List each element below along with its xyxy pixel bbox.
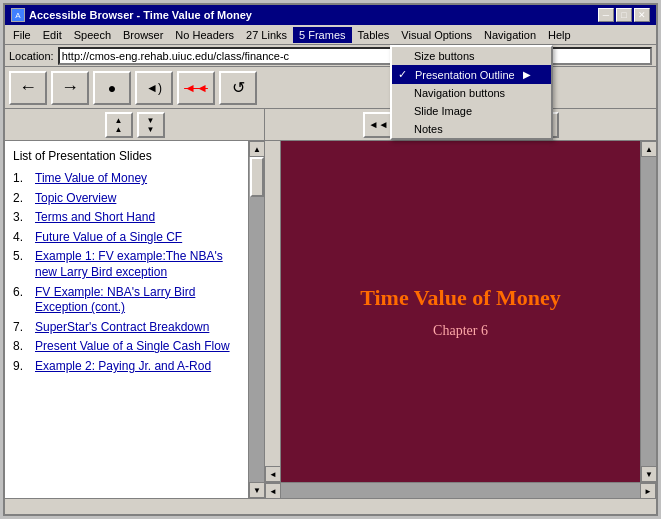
slide-num-5: 5.	[13, 249, 35, 280]
list-item: 8. Present Value of a Single Cash Flow	[13, 339, 240, 355]
cursor-indicator: ▶	[523, 69, 531, 80]
slide-link-1[interactable]: Time Value of Money	[35, 171, 147, 187]
slide-link-8[interactable]: Present Value of a Single Cash Flow	[35, 339, 230, 355]
list-item: 4. Future Value of a Single CF	[13, 230, 240, 246]
slide-left-scroll: ◄	[265, 141, 281, 482]
title-bar: A Accessible Browser - Time Value of Mon…	[5, 5, 656, 25]
size-buttons-label: Size buttons	[414, 50, 475, 62]
toolbar: ← → ● ◄) ◄◄ ↺	[5, 67, 656, 109]
notes-label: Notes	[414, 123, 443, 135]
list-item: 1. Time Value of Money	[13, 171, 240, 187]
menu-links[interactable]: 27 Links	[240, 27, 293, 43]
checkmark-icon: ✓	[398, 68, 407, 81]
left-panel: ▲▲ ▼▼ List of Presentation Slides 1. Tim…	[5, 109, 265, 498]
list-title: List of Presentation Slides	[13, 149, 240, 163]
status-bar	[5, 498, 656, 514]
slide-title: Time Value of Money	[360, 285, 561, 311]
list-item: 3. Terms and Short Hand	[13, 210, 240, 226]
menu-tables[interactable]: Tables	[352, 27, 396, 43]
window-controls: ─ □ ✕	[598, 8, 650, 22]
list-item: 6. FV Example: NBA's Larry Bird Exceptio…	[13, 285, 240, 316]
stop-button[interactable]: ●	[93, 71, 131, 105]
left-panel-toolbar: ▲▲ ▼▼	[5, 109, 264, 141]
left-scrollbar: ▲ ▼	[248, 141, 264, 498]
slide-link-3[interactable]: Terms and Short Hand	[35, 210, 155, 226]
dropdown-presentation-outline[interactable]: ✓ Presentation Outline ▶	[392, 65, 551, 84]
hscroll-right[interactable]: ►	[640, 483, 656, 498]
dropdown-notes[interactable]: Notes	[392, 120, 551, 138]
window-icon: A	[11, 8, 25, 22]
dropdown-menu: Size buttons ✓ Presentation Outline ▶ Na…	[390, 45, 553, 140]
back-button[interactable]: ←	[9, 71, 47, 105]
menu-no-headers[interactable]: No Headers	[169, 27, 240, 43]
left-content: List of Presentation Slides 1. Time Valu…	[5, 141, 248, 498]
menu-navigation[interactable]: Navigation	[478, 27, 542, 43]
slide-area: ◄ Time Value of Money Chapter 6 ▲ ▼	[265, 141, 656, 482]
slide-subtitle: Chapter 6	[433, 323, 488, 339]
scroll-track[interactable]	[249, 157, 264, 482]
list-item: 5. Example 1: FV example:The NBA's new L…	[13, 249, 240, 280]
menu-browser[interactable]: Browser	[117, 27, 169, 43]
slide-num-7: 7.	[13, 320, 35, 336]
slide-num-4: 4.	[13, 230, 35, 246]
scroll-up-arrow[interactable]: ▲	[249, 141, 264, 157]
main-window: A Accessible Browser - Time Value of Mon…	[3, 3, 658, 516]
slide-content: Time Value of Money Chapter 6	[281, 141, 640, 482]
hscroll-track[interactable]	[281, 483, 640, 498]
main-content: ▲▲ ▼▼ List of Presentation Slides 1. Tim…	[5, 109, 656, 498]
slide-num-8: 8.	[13, 339, 35, 355]
slide-link-4[interactable]: Future Value of a Single CF	[35, 230, 182, 246]
minimize-button[interactable]: ─	[598, 8, 614, 22]
scroll-up-button[interactable]: ▲▲	[105, 112, 133, 138]
sound-button[interactable]: ◄)	[135, 71, 173, 105]
right-scroll-track[interactable]	[641, 157, 656, 466]
location-input[interactable]	[58, 47, 652, 65]
slide-link-7[interactable]: SuperStar's Contract Breakdown	[35, 320, 209, 336]
slide-image-label: Slide Image	[414, 105, 472, 117]
slide-num-9: 9.	[13, 359, 35, 375]
location-bar: Location:	[5, 45, 656, 67]
menu-speech[interactable]: Speech	[68, 27, 117, 43]
list-item: 9. Example 2: Paying Jr. and A-Rod	[13, 359, 240, 375]
menu-file[interactable]: File	[7, 27, 37, 43]
left-scroll-area: List of Presentation Slides 1. Time Valu…	[5, 141, 264, 498]
speaker-button[interactable]: ◄◄	[177, 71, 215, 105]
scroll-down-arrow[interactable]: ▼	[249, 482, 264, 498]
dropdown-navigation-buttons[interactable]: Navigation buttons	[392, 84, 551, 102]
menu-visual-options[interactable]: Visual Options	[395, 27, 478, 43]
bottom-scrollbar: ◄ ►	[265, 482, 656, 498]
slide-link-5[interactable]: Example 1: FV example:The NBA's new Larr…	[35, 249, 240, 280]
scroll-down-button[interactable]: ▼▼	[137, 112, 165, 138]
right-panel: ◄◄ ◄ ► ►► ① ◄ Time Value of Money Chapte…	[265, 109, 656, 498]
slide-num-2: 2.	[13, 191, 35, 207]
slide-right-scroll: ▲ ▼	[640, 141, 656, 482]
slide-link-6[interactable]: FV Example: NBA's Larry Bird Exception (…	[35, 285, 240, 316]
scroll-up-right[interactable]: ▲	[641, 141, 656, 157]
menu-help[interactable]: Help	[542, 27, 577, 43]
menu-frames[interactable]: 5 Frames	[293, 27, 351, 43]
slide-link-2[interactable]: Topic Overview	[35, 191, 116, 207]
list-item: 2. Topic Overview	[13, 191, 240, 207]
slide-num-1: 1.	[13, 171, 35, 187]
menu-edit[interactable]: Edit	[37, 27, 68, 43]
window-title: Accessible Browser - Time Value of Money	[29, 9, 252, 21]
slide-link-9[interactable]: Example 2: Paying Jr. and A-Rod	[35, 359, 211, 375]
scroll-thumb[interactable]	[250, 157, 264, 197]
hscroll-left-arrow[interactable]: ◄	[265, 466, 281, 482]
navigation-buttons-label: Navigation buttons	[414, 87, 505, 99]
maximize-button[interactable]: □	[616, 8, 632, 22]
forward-button[interactable]: →	[51, 71, 89, 105]
presentation-outline-label: Presentation Outline	[415, 69, 515, 81]
refresh-button[interactable]: ↺	[219, 71, 257, 105]
slide-num-6: 6.	[13, 285, 35, 316]
location-label: Location:	[9, 50, 54, 62]
slide-list: 1. Time Value of Money 2. Topic Overview…	[13, 171, 240, 375]
menu-bar: File Edit Speech Browser No Headers 27 L…	[5, 25, 656, 45]
hscroll-left[interactable]: ◄	[265, 483, 281, 498]
slide-num-3: 3.	[13, 210, 35, 226]
close-button[interactable]: ✕	[634, 8, 650, 22]
dropdown-slide-image[interactable]: Slide Image	[392, 102, 551, 120]
list-item: 7. SuperStar's Contract Breakdown	[13, 320, 240, 336]
scroll-down-right[interactable]: ▼	[641, 466, 656, 482]
dropdown-size-buttons[interactable]: Size buttons	[392, 47, 551, 65]
